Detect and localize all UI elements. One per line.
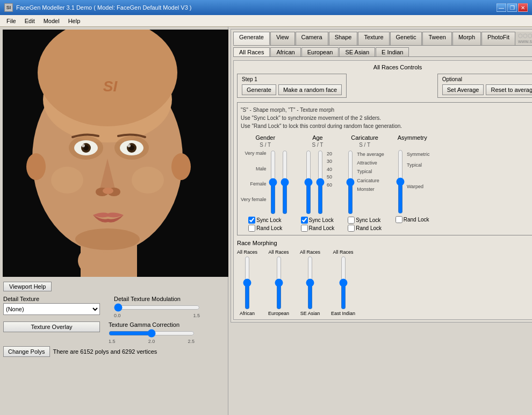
step1-box: Step 1 Generate Make a random face [237,74,347,98]
poly-info: There are 6152 polys and 6292 vertices [53,348,157,355]
steps-row: Step 1 Generate Make a random face Optio… [237,74,532,98]
tab-photofit[interactable]: PhotoFit [481,32,515,45]
race-se-asian-top: All Races [300,249,320,255]
make-random-face-button[interactable]: Make a random face [278,84,342,95]
gender-rand-lock[interactable] [248,225,255,232]
age-slider-group: Age S / T 20 30 40 50 60 [301,134,335,232]
caricature-rand-lock[interactable] [348,225,355,232]
asymmetry-slider[interactable] [395,149,406,214]
gamma-label: Texture Gamma Correction [109,321,195,328]
subtab-european[interactable]: European [301,47,339,56]
texture-overlay-button[interactable]: Texture Overlay [3,321,100,332]
watermark: ⬡⬡⬡PORTAL www.softportal.com [516,32,532,45]
generate-button[interactable]: Generate [242,84,276,95]
title-bar-buttons: — ❐ ✕ [497,3,528,12]
race-morphing-title: Race Morphing [237,240,532,246]
subtab-e-indian[interactable]: E Indian [376,47,409,56]
race-african-top: All Races [237,249,257,255]
caricature-shape-slider[interactable] [345,150,356,214]
caricature-checkboxes: Sync Lock Rand Lock [348,217,382,232]
gender-checkboxes: Sync Lock Rand Lock [248,217,282,232]
svg-text:SI: SI [103,78,118,95]
race-african-slider[interactable] [242,256,253,310]
svg-point-19 [103,188,113,194]
detail-texture-modulation-slider[interactable] [114,303,200,312]
set-average-button[interactable]: Set Average [442,84,484,95]
asymmetry-labels: Symmetric Typical Warped [407,149,430,192]
race-sliders: All Races African All Races European [237,249,532,316]
section-title: All Races Controls [237,64,532,70]
gender-shape-slider[interactable] [268,150,278,214]
optional-box: Optional Set Average Reset to average fa… [437,74,532,98]
asymmetry-rand-lock[interactable] [396,216,402,223]
step2-box: "S" - Shape morph, "T" - Texture morph U… [237,102,532,235]
age-subtitle: S / T [312,142,323,148]
reset-button[interactable]: Reset to average face [486,84,532,95]
caricature-title: Caricature [351,134,378,141]
restore-button[interactable]: ❐ [507,3,517,12]
svg-point-15 [82,144,85,147]
svg-point-23 [26,153,46,180]
tab-texture[interactable]: Texture [358,32,389,45]
right-panel: Generate View Camera Shape Texture Genet… [228,27,532,415]
tab-morph[interactable]: Morph [452,32,481,45]
age-title: Age [312,134,323,141]
bottom-controls: Detail Texture (None) Detail Texture Mod… [0,294,228,359]
detail-texture-label: Detail Texture [3,296,100,302]
tab-tween[interactable]: Tween [422,32,451,45]
asymmetry-title: Asymmetry [398,134,427,141]
tab-camera[interactable]: Camera [296,32,328,45]
race-african-group: All Races African [237,249,257,316]
subtab-se-asian[interactable]: SE Asian [339,47,375,56]
race-se-asian-slider[interactable] [305,256,315,310]
minimize-button[interactable]: — [497,3,506,12]
app-icon: SI [4,3,13,12]
menu-help[interactable]: Help [64,17,85,25]
menu-file[interactable]: File [2,17,20,25]
detail-texture-select[interactable]: (None) [3,303,100,315]
caricature-sync-lock[interactable] [348,217,355,224]
left-panel: SI [0,27,228,415]
content-area: All Races Controls Step 1 Generate Make … [233,60,532,320]
tab-view[interactable]: View [270,32,295,45]
tab-shape[interactable]: Shape [329,32,358,45]
slider-marks: 0.0 1.5 [114,313,200,318]
race-se-asian-group: All Races SE Asian [300,249,320,316]
svg-point-22 [132,167,164,194]
close-button[interactable]: ✕ [518,3,528,12]
tab-genetic[interactable]: Genetic [390,32,422,45]
svg-point-24 [171,153,191,180]
sliders-area: Gender S / T Very male Male Female Very … [241,134,532,232]
gender-texture-slider[interactable] [279,150,290,214]
race-european-top: All Races [269,249,289,255]
gender-sync-lock[interactable] [248,217,255,224]
step1-title: Step 1 [242,76,342,82]
caricature-labels: The average Attractive Typical Caricatur… [357,150,384,194]
gender-title: Gender [255,134,275,141]
subtab-african[interactable]: African [270,47,300,56]
gender-slider-group: Gender S / T Very male Male Female Very … [241,134,290,232]
race-european-group: All Races European [268,249,289,316]
menu-model[interactable]: Model [39,17,64,25]
menu-edit[interactable]: Edit [20,17,39,25]
race-east-indian-top: All Races [333,249,354,255]
optional-buttons: Set Average Reset to average face [442,84,532,95]
window-title: FaceGen Modeller 3.1 Demo ( Model: FaceG… [16,4,497,11]
race-european-bottom: European [268,311,289,316]
age-shape-slider[interactable] [303,150,314,214]
gamma-slider[interactable] [109,329,195,338]
detail-texture-section: Detail Texture (None) [3,296,100,315]
subtab-all-races[interactable]: All Races [233,47,270,56]
tab-generate[interactable]: Generate [233,32,270,45]
viewport-help-button[interactable]: Viewport Help [3,282,52,291]
svg-point-21 [51,167,83,194]
age-sync-lock[interactable] [301,217,308,224]
svg-point-20 [75,228,140,250]
change-polys-button[interactable]: Change Polys [3,346,50,357]
race-european-slider[interactable] [274,256,284,310]
race-african-bottom: African [240,311,255,316]
age-texture-slider[interactable] [315,150,326,214]
age-rand-lock[interactable] [301,225,308,232]
race-east-indian-slider[interactable] [338,256,349,310]
detail-texture-modulation-label: Detail Texture Modulation [114,296,200,302]
